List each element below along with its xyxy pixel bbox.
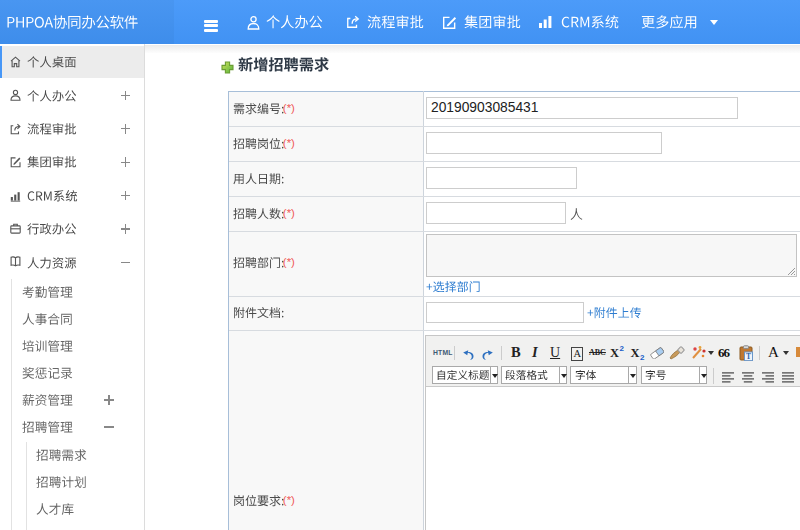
svg-text:T: T bbox=[746, 352, 751, 361]
